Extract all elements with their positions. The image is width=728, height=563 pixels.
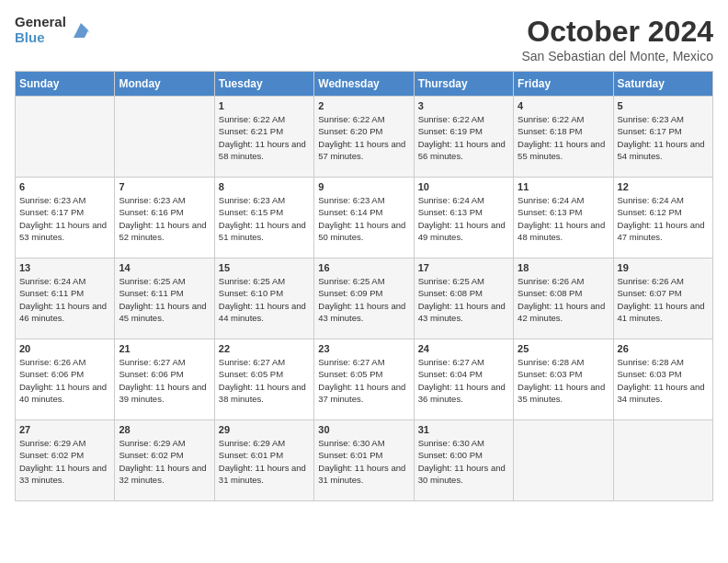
day-number: 9: [318, 181, 409, 192]
day-detail: Sunrise: 6:23 AM Sunset: 6:17 PM Dayligh…: [19, 194, 110, 243]
day-number: 4: [518, 100, 609, 111]
calendar-day-cell: 8Sunrise: 6:23 AM Sunset: 6:15 PM Daylig…: [214, 178, 313, 259]
day-detail: Sunrise: 6:22 AM Sunset: 6:20 PM Dayligh…: [318, 113, 409, 162]
day-detail: Sunrise: 6:29 AM Sunset: 6:01 PM Dayligh…: [219, 437, 310, 486]
day-detail: Sunrise: 6:22 AM Sunset: 6:18 PM Dayligh…: [518, 113, 609, 162]
day-detail: Sunrise: 6:27 AM Sunset: 6:04 PM Dayligh…: [418, 356, 509, 405]
day-number: 30: [318, 424, 409, 435]
day-number: 19: [618, 262, 709, 273]
day-detail: Sunrise: 6:24 AM Sunset: 6:12 PM Dayligh…: [618, 194, 709, 243]
day-detail: Sunrise: 6:23 AM Sunset: 6:15 PM Dayligh…: [219, 194, 310, 243]
calendar-day-cell: 9Sunrise: 6:23 AM Sunset: 6:14 PM Daylig…: [314, 178, 414, 259]
calendar-day-cell: 21Sunrise: 6:27 AM Sunset: 6:06 PM Dayli…: [115, 339, 214, 420]
day-number: 12: [618, 181, 709, 192]
day-detail: Sunrise: 6:27 AM Sunset: 6:06 PM Dayligh…: [119, 356, 210, 405]
calendar-day-cell: 22Sunrise: 6:27 AM Sunset: 6:05 PM Dayli…: [214, 339, 313, 420]
day-number: 6: [19, 181, 110, 192]
header-day: Wednesday: [314, 72, 414, 97]
day-detail: Sunrise: 6:27 AM Sunset: 6:05 PM Dayligh…: [318, 356, 409, 405]
day-detail: Sunrise: 6:28 AM Sunset: 6:03 PM Dayligh…: [618, 356, 709, 405]
calendar-day-cell: 2Sunrise: 6:22 AM Sunset: 6:20 PM Daylig…: [314, 97, 414, 178]
day-detail: Sunrise: 6:26 AM Sunset: 6:07 PM Dayligh…: [618, 275, 709, 324]
calendar-week-row: 27Sunrise: 6:29 AM Sunset: 6:02 PM Dayli…: [16, 420, 713, 501]
calendar-day-cell: 23Sunrise: 6:27 AM Sunset: 6:05 PM Dayli…: [314, 339, 414, 420]
calendar-table: SundayMondayTuesdayWednesdayThursdayFrid…: [15, 71, 713, 501]
day-detail: Sunrise: 6:27 AM Sunset: 6:05 PM Dayligh…: [219, 356, 310, 405]
day-number: 3: [418, 100, 509, 111]
calendar-week-row: 13Sunrise: 6:24 AM Sunset: 6:11 PM Dayli…: [16, 259, 713, 339]
day-number: 22: [219, 343, 310, 354]
day-number: 27: [19, 424, 110, 435]
day-detail: Sunrise: 6:26 AM Sunset: 6:06 PM Dayligh…: [19, 356, 110, 405]
calendar-day-cell: 16Sunrise: 6:25 AM Sunset: 6:09 PM Dayli…: [314, 259, 414, 339]
calendar-week-row: 6Sunrise: 6:23 AM Sunset: 6:17 PM Daylig…: [16, 178, 713, 259]
day-detail: Sunrise: 6:24 AM Sunset: 6:13 PM Dayligh…: [518, 194, 609, 243]
calendar-day-cell: 25Sunrise: 6:28 AM Sunset: 6:03 PM Dayli…: [514, 339, 613, 420]
header-day: Tuesday: [214, 72, 313, 97]
calendar-week-row: 20Sunrise: 6:26 AM Sunset: 6:06 PM Dayli…: [16, 339, 713, 420]
header-day: Friday: [514, 72, 613, 97]
calendar-body: 1Sunrise: 6:22 AM Sunset: 6:21 PM Daylig…: [16, 97, 713, 501]
day-detail: Sunrise: 6:23 AM Sunset: 6:14 PM Dayligh…: [318, 194, 409, 243]
calendar-day-cell: 12Sunrise: 6:24 AM Sunset: 6:12 PM Dayli…: [613, 178, 712, 259]
calendar-day-cell: 17Sunrise: 6:25 AM Sunset: 6:08 PM Dayli…: [414, 259, 513, 339]
calendar-day-cell: 4Sunrise: 6:22 AM Sunset: 6:18 PM Daylig…: [514, 97, 613, 178]
header-day: Thursday: [414, 72, 513, 97]
day-number: 31: [418, 424, 509, 435]
day-number: 18: [518, 262, 609, 273]
svg-marker-0: [74, 23, 88, 38]
day-detail: Sunrise: 6:25 AM Sunset: 6:09 PM Dayligh…: [318, 275, 409, 324]
calendar-day-cell: 10Sunrise: 6:24 AM Sunset: 6:13 PM Dayli…: [414, 178, 513, 259]
day-detail: Sunrise: 6:22 AM Sunset: 6:19 PM Dayligh…: [418, 113, 509, 162]
day-number: 26: [618, 343, 709, 354]
month-title: October 2024: [521, 15, 713, 49]
calendar-day-cell: 13Sunrise: 6:24 AM Sunset: 6:11 PM Dayli…: [16, 259, 115, 339]
calendar-day-cell: 14Sunrise: 6:25 AM Sunset: 6:11 PM Dayli…: [115, 259, 214, 339]
logo-icon: [70, 19, 92, 41]
header-day: Sunday: [16, 72, 115, 97]
day-detail: Sunrise: 6:29 AM Sunset: 6:02 PM Dayligh…: [119, 437, 210, 486]
calendar-day-cell: 29Sunrise: 6:29 AM Sunset: 6:01 PM Dayli…: [214, 420, 313, 501]
calendar-day-cell: [16, 97, 115, 178]
logo-blue: Blue: [15, 30, 66, 46]
calendar-week-row: 1Sunrise: 6:22 AM Sunset: 6:21 PM Daylig…: [16, 97, 713, 178]
day-number: 20: [19, 343, 110, 354]
day-detail: Sunrise: 6:24 AM Sunset: 6:11 PM Dayligh…: [19, 275, 110, 324]
day-number: 16: [318, 262, 409, 273]
calendar-day-cell: 26Sunrise: 6:28 AM Sunset: 6:03 PM Dayli…: [613, 339, 712, 420]
calendar-day-cell: 15Sunrise: 6:25 AM Sunset: 6:10 PM Dayli…: [214, 259, 313, 339]
day-number: 13: [19, 262, 110, 273]
page-header: General Blue October 2024 San Sebastian …: [15, 15, 713, 63]
day-number: 2: [318, 100, 409, 111]
day-number: 23: [318, 343, 409, 354]
header-day: Saturday: [613, 72, 712, 97]
calendar-day-cell: 31Sunrise: 6:30 AM Sunset: 6:00 PM Dayli…: [414, 420, 513, 501]
calendar-day-cell: 18Sunrise: 6:26 AM Sunset: 6:08 PM Dayli…: [514, 259, 613, 339]
calendar-day-cell: [115, 97, 214, 178]
day-number: 17: [418, 262, 509, 273]
day-detail: Sunrise: 6:30 AM Sunset: 6:00 PM Dayligh…: [418, 437, 509, 486]
calendar-day-cell: 28Sunrise: 6:29 AM Sunset: 6:02 PM Dayli…: [115, 420, 214, 501]
calendar-day-cell: 20Sunrise: 6:26 AM Sunset: 6:06 PM Dayli…: [16, 339, 115, 420]
logo: General Blue: [15, 15, 92, 45]
day-number: 28: [119, 424, 210, 435]
calendar-day-cell: 7Sunrise: 6:23 AM Sunset: 6:16 PM Daylig…: [115, 178, 214, 259]
day-number: 5: [618, 100, 709, 111]
calendar-day-cell: 30Sunrise: 6:30 AM Sunset: 6:01 PM Dayli…: [314, 420, 414, 501]
location-title: San Sebastian del Monte, Mexico: [521, 49, 713, 63]
day-number: 29: [219, 424, 310, 435]
day-number: 21: [119, 343, 210, 354]
calendar-day-cell: 6Sunrise: 6:23 AM Sunset: 6:17 PM Daylig…: [16, 178, 115, 259]
calendar-day-cell: [613, 420, 712, 501]
logo-general: General: [15, 15, 66, 30]
day-detail: Sunrise: 6:28 AM Sunset: 6:03 PM Dayligh…: [518, 356, 609, 405]
day-number: 7: [119, 181, 210, 192]
day-number: 15: [219, 262, 310, 273]
day-detail: Sunrise: 6:29 AM Sunset: 6:02 PM Dayligh…: [19, 437, 110, 486]
day-detail: Sunrise: 6:30 AM Sunset: 6:01 PM Dayligh…: [318, 437, 409, 486]
day-number: 24: [418, 343, 509, 354]
header-row: SundayMondayTuesdayWednesdayThursdayFrid…: [16, 72, 713, 97]
day-number: 8: [219, 181, 310, 192]
calendar-day-cell: 3Sunrise: 6:22 AM Sunset: 6:19 PM Daylig…: [414, 97, 513, 178]
day-number: 11: [518, 181, 609, 192]
